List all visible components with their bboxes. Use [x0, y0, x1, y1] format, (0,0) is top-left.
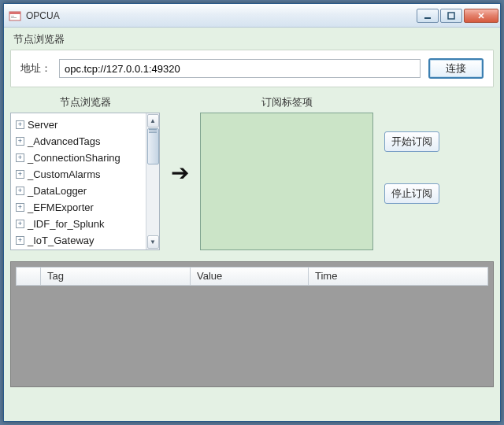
tree-item-label: _IDF_for_Splunk — [28, 218, 105, 230]
app-window: OPCUA 节点浏览器 地址： 连接 节点浏览器 +Server +_Advan… — [3, 3, 501, 422]
svg-rect-5 — [448, 13, 454, 19]
expand-icon[interactable]: + — [16, 170, 24, 179]
expand-icon[interactable]: + — [16, 120, 24, 129]
address-input[interactable] — [59, 59, 421, 78]
middle-row: 节点浏览器 +Server +_AdvancedTags +_Connectio… — [10, 95, 494, 250]
tree-item[interactable]: +Server — [13, 116, 158, 133]
address-label: 地址： — [20, 61, 51, 76]
scroll-down-button[interactable]: ▼ — [147, 235, 159, 249]
scrollbar[interactable]: ▲ ▼ — [146, 113, 159, 249]
panel-title: 节点浏览器 — [10, 31, 494, 50]
column-header-tag[interactable]: Tag — [41, 267, 191, 286]
grid-header: Tag Value Time — [16, 267, 488, 286]
tree-item-label: _IoT_Gateway — [28, 235, 94, 246]
expand-icon[interactable]: + — [16, 153, 24, 162]
tree-item-label: _CustomAlarms — [28, 168, 100, 180]
tree-item-label: _DataLogger — [28, 185, 87, 197]
expand-icon[interactable]: + — [16, 220, 24, 228]
svg-rect-4 — [424, 17, 431, 19]
close-button[interactable] — [464, 9, 498, 23]
column-header-time[interactable]: Time — [309, 267, 488, 286]
expand-icon[interactable]: + — [16, 137, 24, 146]
svg-rect-3 — [11, 17, 17, 18]
tree-item-label: _EFMExporter — [28, 201, 94, 213]
stop-subscribe-button[interactable]: 停止订阅 — [384, 183, 439, 204]
subs-column: 订阅标签项 — [200, 95, 373, 250]
grid-corner[interactable] — [16, 267, 41, 286]
data-grid[interactable]: Tag Value Time — [10, 261, 494, 387]
tree-item-label: Server — [28, 119, 57, 131]
column-header-value[interactable]: Value — [191, 267, 309, 286]
tree-item-label: _ConnectionSharing — [28, 152, 120, 164]
maximize-button[interactable] — [440, 9, 462, 23]
tree-item[interactable]: +_AdvancedTags — [13, 133, 158, 150]
window-title: OPCUA — [26, 10, 417, 21]
tree-item[interactable]: +_DataLogger — [13, 183, 158, 199]
scroll-up-button[interactable]: ▲ — [147, 114, 159, 128]
app-icon — [9, 9, 21, 22]
svg-rect-1 — [9, 12, 20, 14]
svg-rect-2 — [11, 16, 14, 17]
address-row: 地址： 连接 — [10, 50, 494, 87]
tree-item[interactable]: +_ConnectionSharing — [13, 150, 158, 166]
window-controls — [417, 9, 498, 23]
tree-item-label: _AdvancedTags — [28, 135, 101, 147]
scroll-thumb[interactable] — [147, 128, 159, 164]
browser-column: 节点浏览器 +Server +_AdvancedTags +_Connectio… — [10, 95, 160, 250]
connect-button[interactable]: 连接 — [428, 58, 484, 79]
node-tree[interactable]: +Server +_AdvancedTags +_ConnectionShari… — [10, 113, 160, 250]
subs-title: 订阅标签项 — [200, 95, 373, 113]
tree-item[interactable]: +_IoT_Gateway — [13, 232, 158, 249]
client-area: 节点浏览器 地址： 连接 节点浏览器 +Server +_AdvancedTag… — [4, 28, 500, 394]
subs-buttons: 开始订阅 停止订阅 — [384, 131, 439, 204]
expand-icon[interactable]: + — [16, 236, 24, 245]
browser-title: 节点浏览器 — [10, 95, 160, 113]
start-subscribe-button[interactable]: 开始订阅 — [384, 131, 439, 152]
expand-icon[interactable]: + — [16, 187, 24, 195]
minimize-button[interactable] — [417, 9, 439, 23]
subscription-list[interactable] — [200, 113, 373, 250]
tree-item[interactable]: +_IDF_for_Splunk — [13, 216, 158, 232]
titlebar[interactable]: OPCUA — [4, 4, 500, 28]
tree-inner: +Server +_AdvancedTags +_ConnectionShari… — [11, 113, 159, 250]
arrow-icon: ➔ — [166, 160, 194, 186]
tree-item[interactable]: +_EFMExporter — [13, 199, 158, 216]
expand-icon[interactable]: + — [16, 203, 24, 212]
tree-item[interactable]: +_CustomAlarms — [13, 166, 158, 183]
